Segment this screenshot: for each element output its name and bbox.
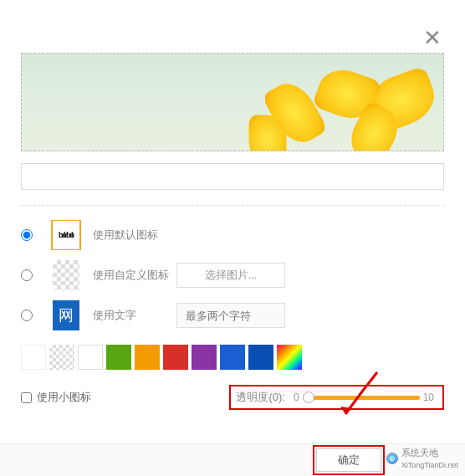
option-text-icon: 网 使用文字 [21, 298, 444, 333]
radio-text[interactable] [21, 310, 33, 321]
watermark-url: XiTongTianDi.net [401, 461, 458, 469]
opacity-max: 10 [423, 392, 434, 403]
label-text: 使用文字 [93, 308, 176, 323]
close-button[interactable]: ✕ [423, 25, 442, 51]
swatch-green[interactable] [106, 345, 131, 370]
opacity-min: 0 [294, 392, 299, 403]
ok-button[interactable]: 确定 [316, 448, 381, 472]
radio-default[interactable] [21, 229, 33, 241]
swatch-white[interactable] [78, 345, 103, 370]
title-area [21, 17, 188, 40]
watermark: ⊕ 系统天地 XiTongTianDi.net [386, 447, 458, 469]
label-default: 使用默认图标 [93, 228, 176, 243]
default-icon-preview[interactable]: bılıbılı [51, 220, 81, 250]
swatch-darkblue[interactable] [248, 345, 273, 370]
swatch-rainbow[interactable] [277, 345, 302, 370]
swatch-red[interactable] [163, 345, 188, 370]
watermark-text: 系统天地 [401, 448, 438, 458]
text-icon: 网 [53, 300, 79, 330]
sunflower-image [243, 53, 443, 151]
bottom-row: 使用小图标 透明度(0): 0 10 [21, 385, 444, 410]
small-icon-checkbox[interactable] [21, 392, 32, 403]
bilibili-icon: bılıbılı [53, 221, 79, 249]
name-input[interactable] [21, 163, 444, 190]
opacity-control: 透明度(0): 0 10 [229, 385, 444, 410]
option-default-icon: bılıbılı 使用默认图标 [21, 218, 444, 253]
label-custom: 使用自定义图标 [93, 268, 176, 283]
color-swatches [21, 345, 444, 370]
banner-preview[interactable] [21, 53, 444, 151]
transparent-icon [53, 260, 79, 290]
option-custom-icon: 使用自定义图标 选择图片... [21, 258, 444, 293]
divider [21, 205, 444, 206]
swatch-transparent[interactable] [49, 345, 74, 370]
radio-custom[interactable] [21, 269, 33, 281]
swatch-blue[interactable] [220, 345, 245, 370]
small-icon-label: 使用小图标 [37, 390, 91, 405]
swatch-orange[interactable] [135, 345, 160, 370]
custom-icon-preview[interactable] [51, 260, 81, 290]
swatch-purple[interactable] [192, 345, 217, 370]
text-icon-input[interactable] [176, 303, 285, 328]
choose-image-button[interactable]: 选择图片... [176, 263, 285, 288]
opacity-label: 透明度(0): [236, 390, 285, 405]
dialog-panel: ✕ bılıbılı 使用默认图标 使用自定义图标 选择图片... 网 使用文字 [0, 0, 465, 443]
text-icon-preview[interactable]: 网 [51, 300, 81, 330]
swatch-clear[interactable] [21, 345, 46, 370]
small-icon-option[interactable]: 使用小图标 [21, 390, 91, 405]
watermark-icon: ⊕ [386, 453, 398, 464]
opacity-slider[interactable] [303, 396, 420, 400]
